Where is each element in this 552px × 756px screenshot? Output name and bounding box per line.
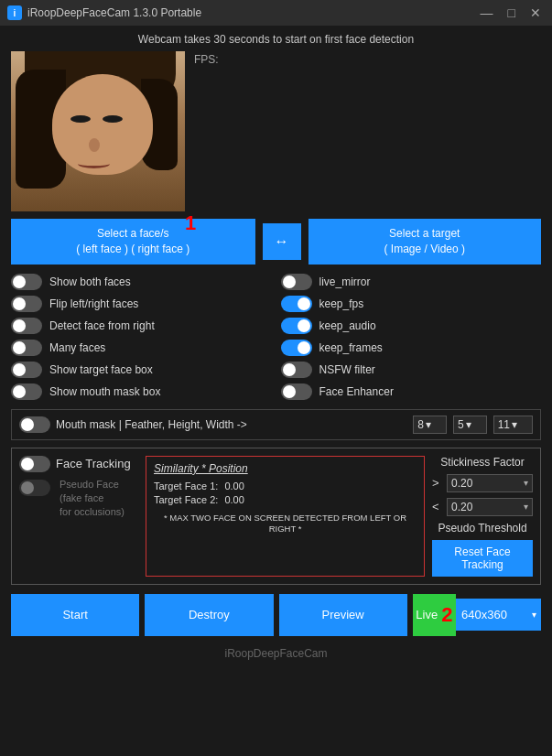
toggle-pseudo-face[interactable] — [19, 480, 50, 496]
preview-button[interactable]: Preview — [279, 594, 407, 636]
face-tracking-row: Face Tracking — [19, 456, 138, 472]
width-value: 11 — [498, 418, 510, 431]
pseudo-face-label: Pseudo Face (fake face for occlusions) — [56, 478, 124, 520]
maximize-button[interactable]: □ — [504, 6, 519, 19]
toggle-face-tracking[interactable] — [19, 456, 50, 472]
toggle-show-target-box[interactable] — [11, 362, 42, 378]
eye-left — [70, 115, 91, 123]
app-icon: i — [7, 5, 22, 20]
similarity-face1-value: 0.00 — [224, 481, 244, 491]
feather-dropdown-wrap[interactable]: 8 ▾ — [413, 416, 447, 434]
swap-button[interactable]: ↔ — [263, 223, 301, 260]
toggle-show-both-faces[interactable] — [11, 274, 42, 290]
main-content: Webcam takes 30 seconds to start on firs… — [0, 26, 552, 671]
stickiness-less-symbol: < — [432, 500, 443, 513]
mouth-mask-row: Mouth mask | Feather, Height, Width -> 8… — [11, 409, 541, 440]
similarity-face2-label: Target Face 2: — [154, 494, 218, 505]
toggle-many-faces[interactable] — [11, 340, 42, 356]
footer: iRoopDeepFaceCam — [11, 643, 541, 664]
stickiness-title: Stickiness Factor — [432, 456, 533, 469]
face-tracking-label: Face Tracking — [56, 457, 131, 470]
toggle-row-live-mirror: live_mirror — [281, 274, 542, 290]
badge-2: 2 — [441, 603, 452, 627]
title-bar-left: i iRoopDeepFaceCam 1.3.0 Portable — [7, 5, 201, 20]
toggle-row-nsfw: NSFW filter — [281, 362, 542, 378]
feather-value: 8 — [417, 418, 424, 431]
mouth-mask-label: Mouth mask | Feather, Height, Width -> — [56, 418, 407, 431]
similarity-box: Similarity * Position Target Face 1: 0.0… — [146, 456, 425, 577]
height-dropdown-wrap[interactable]: 5 ▾ — [453, 416, 487, 434]
width-dropdown-wrap[interactable]: 11 ▾ — [493, 416, 533, 434]
similarity-face2-value: 0.00 — [224, 494, 244, 505]
preview-area: FPS: — [11, 51, 541, 211]
resolution-select[interactable]: 640x360 1280x720 1920x1080 — [456, 599, 541, 631]
similarity-note: * MAX TWO FACE ON SCREEN DETECTED FROM L… — [154, 513, 417, 535]
eye-right — [103, 115, 123, 123]
top-notice: Webcam takes 30 seconds to start on firs… — [11, 33, 541, 46]
badge-1: 1 — [185, 211, 196, 235]
select-face-button[interactable]: Select a face/s ( left face ) ( right fa… — [11, 219, 255, 265]
height-value: 5 — [458, 418, 464, 431]
toggle-row-many-faces: Many faces — [11, 340, 272, 356]
title-bar-controls: — □ ✕ — [477, 6, 545, 19]
select-buttons-row: Select a face/s ( left face ) ( right fa… — [11, 219, 541, 265]
toggle-row-flip-lr: Flip left/right faces — [11, 296, 272, 312]
toggle-flip-lr[interactable] — [11, 296, 42, 312]
stickiness-row-1: > 0.20 ▾ — [432, 474, 533, 492]
toggles-section: Show both faces live_mirror Flip left/ri… — [11, 274, 541, 400]
toggle-label-mouth-mask-box: Show mouth mask box — [49, 385, 160, 398]
stickiness-col: Stickiness Factor > 0.20 ▾ < 0.20 ▾ Pseu… — [432, 456, 533, 577]
toggle-row-show-target-box: Show target face box — [11, 362, 272, 378]
bottom-panel: Face Tracking Pseudo Face (fake face for… — [11, 448, 541, 585]
width-select[interactable]: ▾ — [512, 418, 528, 431]
mouth — [78, 159, 110, 168]
toggle-label-show-target-box: Show target face box — [49, 363, 153, 376]
toggle-row-face-enhancer: Face Enhancer — [281, 383, 542, 400]
toggle-mouth-mask[interactable] — [19, 416, 50, 433]
toggle-keep-audio[interactable] — [281, 318, 312, 334]
height-select[interactable]: ▾ — [466, 418, 482, 431]
toggle-label-face-enhancer: Face Enhancer — [319, 385, 394, 398]
toggle-label-many-faces: Many faces — [49, 341, 105, 354]
select-target-button[interactable]: Select a target ( Image / Video ) — [308, 219, 542, 265]
app-title: iRoopDeepFaceCam 1.3.0 Portable — [27, 6, 201, 19]
toggle-row-show-both-faces: Show both faces — [11, 274, 272, 290]
toggle-keep-fps[interactable] — [281, 296, 312, 312]
stickiness-dropdown-2[interactable]: 0.20 ▾ — [447, 498, 533, 516]
webcam-preview — [11, 51, 185, 211]
nose — [89, 138, 100, 152]
toggle-live-mirror[interactable] — [281, 274, 312, 290]
similarity-face1-row: Target Face 1: 0.00 — [154, 481, 417, 491]
destroy-button[interactable]: Destroy — [145, 594, 273, 636]
toggle-label-flip-lr: Flip left/right faces — [49, 297, 138, 310]
toggle-label-nsfw: NSFW filter — [319, 363, 375, 376]
resolution-dropdown-wrap[interactable]: 640x360 1280x720 1920x1080 ▾ — [456, 599, 541, 631]
toggle-keep-frames[interactable] — [281, 340, 312, 356]
toggle-detect-right[interactable] — [11, 318, 42, 334]
toggle-face-enhancer[interactable] — [281, 383, 312, 400]
toggle-nsfw[interactable] — [281, 362, 312, 378]
pseudo-threshold-label: Pseudo Threshold — [432, 522, 533, 535]
feather-select[interactable]: ▾ — [426, 418, 442, 431]
toggle-mouth-mask-box[interactable] — [11, 383, 42, 400]
face-tracking-col: Face Tracking Pseudo Face (fake face for… — [19, 456, 138, 577]
stickiness-row-2: < 0.20 ▾ — [432, 498, 533, 516]
toggle-row-keep-frames: keep_frames — [281, 340, 542, 356]
title-bar: i iRoopDeepFaceCam 1.3.0 Portable — □ ✕ — [0, 0, 552, 26]
reset-face-tracking-button[interactable]: Reset Face Tracking — [432, 540, 533, 577]
toggle-row-keep-audio: keep_audio — [281, 318, 542, 334]
minimize-button[interactable]: — — [477, 6, 497, 19]
similarity-title: Similarity * Position — [154, 462, 417, 475]
toggle-label-live-mirror: live_mirror — [319, 275, 371, 288]
live-section: Live 2 640x360 1280x720 1920x1080 ▾ — [413, 594, 541, 636]
start-button[interactable]: Start — [11, 594, 139, 636]
live-button[interactable]: Live 2 — [413, 594, 456, 636]
close-button[interactable]: ✕ — [526, 6, 545, 19]
toggle-row-detect-right: Detect face from right — [11, 318, 272, 334]
toggle-label-keep-fps: keep_fps — [319, 297, 364, 310]
toggle-label-keep-audio: keep_audio — [319, 319, 376, 332]
stickiness-dropdown-1[interactable]: 0.20 ▾ — [447, 474, 533, 492]
similarity-face2-row: Target Face 2: 0.00 — [154, 494, 417, 505]
toggle-label-show-both-faces: Show both faces — [49, 275, 131, 288]
similarity-face1-label: Target Face 1: — [154, 481, 218, 491]
